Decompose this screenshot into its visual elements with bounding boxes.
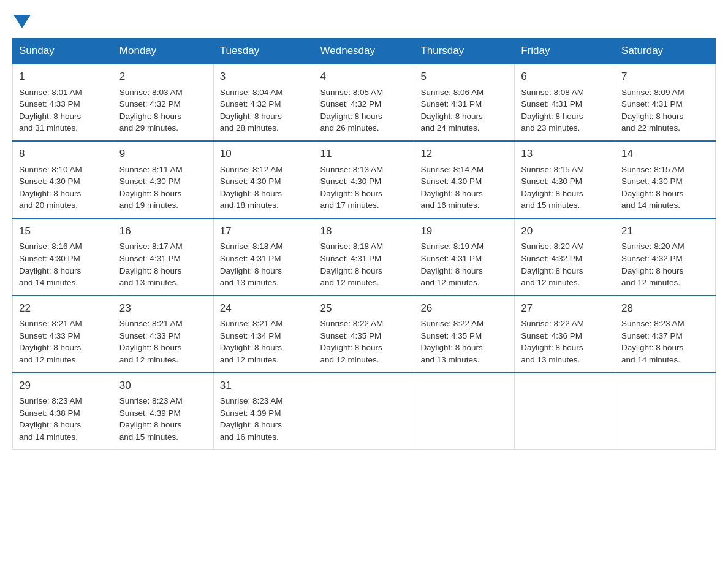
- sunrise-text: Sunrise: 8:23 AM: [220, 396, 283, 405]
- daylight-minutes: and 24 minutes.: [420, 123, 479, 132]
- sunset-text: Sunset: 4:35 PM: [420, 331, 482, 340]
- daylight-minutes: and 14 minutes.: [19, 432, 78, 442]
- calendar-cell: 6Sunrise: 8:08 AMSunset: 4:31 PMDaylight…: [515, 64, 615, 141]
- daylight-text: Daylight: 8 hours: [119, 112, 181, 121]
- day-number: 17: [220, 224, 308, 239]
- day-number: 30: [119, 378, 207, 394]
- daylight-minutes: and 16 minutes.: [420, 201, 479, 210]
- calendar-cell: 22Sunrise: 8:21 AMSunset: 4:33 PMDayligh…: [13, 296, 113, 373]
- daylight-minutes: and 12 minutes.: [521, 278, 580, 287]
- calendar-cell: [314, 373, 414, 450]
- daylight-minutes: and 23 minutes.: [521, 123, 580, 132]
- sunset-text: Sunset: 4:32 PM: [119, 99, 181, 109]
- sunset-text: Sunset: 4:30 PM: [19, 254, 80, 263]
- calendar-cell: 19Sunrise: 8:19 AMSunset: 4:31 PMDayligh…: [414, 218, 515, 296]
- calendar-cell: 28Sunrise: 8:23 AMSunset: 4:37 PMDayligh…: [615, 296, 716, 373]
- day-number: 23: [119, 301, 207, 316]
- daylight-minutes: and 18 minutes.: [220, 201, 279, 210]
- sunrise-text: Sunrise: 8:11 AM: [119, 165, 183, 174]
- sunset-text: Sunset: 4:32 PM: [521, 254, 582, 263]
- calendar-cell: 17Sunrise: 8:18 AMSunset: 4:31 PMDayligh…: [213, 218, 314, 296]
- sunset-text: Sunset: 4:33 PM: [119, 331, 181, 340]
- sunset-text: Sunset: 4:30 PM: [119, 177, 181, 186]
- calendar-cell: 9Sunrise: 8:11 AMSunset: 4:30 PMDaylight…: [113, 141, 213, 218]
- sunset-text: Sunset: 4:30 PM: [19, 177, 80, 186]
- sunrise-text: Sunrise: 8:14 AM: [420, 165, 483, 174]
- day-number: 7: [621, 69, 709, 85]
- day-number: 31: [220, 378, 308, 394]
- calendar-week-row: 29Sunrise: 8:23 AMSunset: 4:38 PMDayligh…: [13, 373, 716, 450]
- sunrise-text: Sunrise: 8:18 AM: [220, 242, 283, 251]
- weekday-header-tuesday: Tuesday: [213, 39, 314, 64]
- daylight-text: Daylight: 8 hours: [420, 343, 482, 352]
- sunset-text: Sunset: 4:30 PM: [521, 177, 582, 186]
- daylight-text: Daylight: 8 hours: [220, 112, 282, 121]
- daylight-text: Daylight: 8 hours: [19, 189, 81, 198]
- daylight-minutes: and 14 minutes.: [19, 278, 78, 287]
- daylight-text: Daylight: 8 hours: [420, 266, 482, 275]
- daylight-minutes: and 12 minutes.: [119, 355, 178, 364]
- day-number: 3: [220, 69, 308, 85]
- sunrise-text: Sunrise: 8:20 AM: [621, 242, 684, 251]
- day-number: 26: [420, 301, 508, 316]
- sunset-text: Sunset: 4:31 PM: [119, 254, 181, 263]
- calendar-cell: 3Sunrise: 8:04 AMSunset: 4:32 PMDaylight…: [213, 64, 314, 141]
- day-number: 14: [621, 147, 709, 162]
- sunset-text: Sunset: 4:30 PM: [220, 177, 281, 186]
- calendar-cell: [615, 373, 716, 450]
- day-number: 25: [320, 301, 408, 316]
- sunrise-text: Sunrise: 8:21 AM: [119, 319, 183, 328]
- calendar-cell: 26Sunrise: 8:22 AMSunset: 4:35 PMDayligh…: [414, 296, 515, 373]
- day-number: 19: [420, 224, 508, 239]
- daylight-minutes: and 19 minutes.: [119, 201, 178, 210]
- day-number: 22: [19, 301, 107, 316]
- weekday-header-saturday: Saturday: [615, 39, 716, 64]
- sunrise-text: Sunrise: 8:04 AM: [220, 88, 283, 97]
- daylight-text: Daylight: 8 hours: [521, 266, 583, 275]
- daylight-text: Daylight: 8 hours: [19, 112, 81, 121]
- calendar-cell: 30Sunrise: 8:23 AMSunset: 4:39 PMDayligh…: [113, 373, 213, 450]
- daylight-text: Daylight: 8 hours: [119, 343, 181, 352]
- daylight-minutes: and 12 minutes.: [220, 355, 279, 364]
- daylight-text: Daylight: 8 hours: [19, 266, 81, 275]
- sunrise-text: Sunrise: 8:15 AM: [521, 165, 584, 174]
- sunrise-text: Sunrise: 8:15 AM: [621, 165, 684, 174]
- calendar-week-row: 8Sunrise: 8:10 AMSunset: 4:30 PMDaylight…: [13, 141, 716, 218]
- calendar-cell: 20Sunrise: 8:20 AMSunset: 4:32 PMDayligh…: [515, 218, 615, 296]
- calendar-cell: 11Sunrise: 8:13 AMSunset: 4:30 PMDayligh…: [314, 141, 414, 218]
- daylight-minutes: and 28 minutes.: [220, 123, 279, 132]
- day-number: 16: [119, 224, 207, 239]
- sunset-text: Sunset: 4:32 PM: [621, 254, 683, 263]
- day-number: 12: [420, 147, 508, 162]
- sunrise-text: Sunrise: 8:22 AM: [320, 319, 384, 328]
- daylight-minutes: and 13 minutes.: [420, 355, 479, 364]
- calendar-cell: 7Sunrise: 8:09 AMSunset: 4:31 PMDaylight…: [615, 64, 716, 141]
- sunrise-text: Sunrise: 8:17 AM: [119, 242, 183, 251]
- day-number: 20: [521, 224, 609, 239]
- calendar-cell: [414, 373, 515, 450]
- daylight-text: Daylight: 8 hours: [621, 343, 683, 352]
- sunset-text: Sunset: 4:39 PM: [119, 408, 181, 418]
- daylight-minutes: and 26 minutes.: [320, 123, 379, 132]
- sunset-text: Sunset: 4:39 PM: [220, 408, 281, 418]
- daylight-text: Daylight: 8 hours: [420, 189, 482, 198]
- calendar-cell: 29Sunrise: 8:23 AMSunset: 4:38 PMDayligh…: [13, 373, 113, 450]
- sunset-text: Sunset: 4:30 PM: [420, 177, 482, 186]
- daylight-text: Daylight: 8 hours: [119, 420, 181, 429]
- sunset-text: Sunset: 4:32 PM: [320, 99, 382, 109]
- sunset-text: Sunset: 4:38 PM: [19, 408, 80, 418]
- daylight-minutes: and 13 minutes.: [119, 278, 178, 287]
- day-number: 9: [119, 147, 207, 162]
- sunrise-text: Sunrise: 8:10 AM: [19, 165, 82, 174]
- calendar-cell: 1Sunrise: 8:01 AMSunset: 4:33 PMDaylight…: [13, 64, 113, 141]
- calendar-cell: 10Sunrise: 8:12 AMSunset: 4:30 PMDayligh…: [213, 141, 314, 218]
- weekday-header-thursday: Thursday: [414, 39, 515, 64]
- daylight-text: Daylight: 8 hours: [320, 189, 382, 198]
- sunrise-text: Sunrise: 8:18 AM: [320, 242, 384, 251]
- daylight-text: Daylight: 8 hours: [320, 343, 382, 352]
- calendar-cell: 5Sunrise: 8:06 AMSunset: 4:31 PMDaylight…: [414, 64, 515, 141]
- daylight-text: Daylight: 8 hours: [521, 112, 583, 121]
- sunset-text: Sunset: 4:33 PM: [19, 331, 80, 340]
- calendar-week-row: 1Sunrise: 8:01 AMSunset: 4:33 PMDaylight…: [13, 64, 716, 141]
- calendar-body: 1Sunrise: 8:01 AMSunset: 4:33 PMDaylight…: [13, 64, 716, 450]
